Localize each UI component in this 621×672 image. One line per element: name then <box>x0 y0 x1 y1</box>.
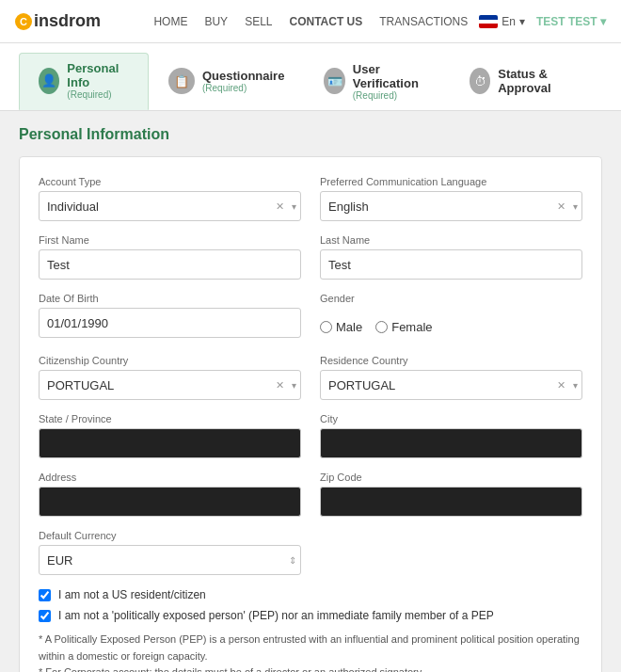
row-currency: Default Currency ⇕ <box>39 530 582 575</box>
gender-female-radio[interactable] <box>375 321 388 333</box>
row-dob-gender: Date Of Birth Gender Male Female <box>39 293 582 342</box>
account-type-input[interactable] <box>39 191 301 221</box>
user-menu[interactable]: TEST TEST ▾ <box>536 15 606 28</box>
group-gender: Gender Male Female <box>320 293 582 342</box>
row-countries: Citizenship Country ✕ ▾ Residence Countr… <box>39 355 582 400</box>
group-address: Address <box>39 472 301 517</box>
gender-options: Male Female <box>320 312 582 342</box>
residence-arrow-icon: ▾ <box>573 380 578 391</box>
flag-icon <box>479 15 498 28</box>
residence-clear-icon[interactable]: ✕ <box>557 379 565 392</box>
comm-lang-arrow-icon: ▾ <box>573 201 578 212</box>
comm-lang-clear-icon[interactable]: ✕ <box>557 200 565 213</box>
user-name: TEST TEST <box>536 15 597 28</box>
gender-male-label: Male <box>336 320 362 334</box>
account-type-wrapper: ✕ ▾ <box>39 191 301 221</box>
zip-input[interactable] <box>320 487 582 517</box>
gender-female-option[interactable]: Female <box>375 320 432 334</box>
group-city: City <box>320 413 582 458</box>
state-input[interactable] <box>39 428 301 458</box>
tab-status[interactable]: ⏱ Status & Approval <box>450 53 602 110</box>
user-chevron-icon: ▾ <box>600 15 606 28</box>
checkbox-pep[interactable]: I am not a 'politically exposed person' … <box>39 609 582 622</box>
questionnaire-tab-sub: (Required) <box>202 83 284 93</box>
group-zip: Zip Code <box>320 472 582 517</box>
account-type-label: Account Type <box>39 176 301 187</box>
residence-input[interactable] <box>320 370 582 400</box>
nav-sell[interactable]: SELL <box>245 15 272 28</box>
group-account-type: Account Type ✕ ▾ <box>39 176 301 221</box>
account-type-clear-icon[interactable]: ✕ <box>276 200 284 213</box>
group-residence: Residence Country ✕ ▾ <box>320 355 582 400</box>
note2: * For Corporate account: the details mus… <box>39 664 582 672</box>
checkbox-us-input[interactable] <box>39 589 51 601</box>
group-currency: Default Currency ⇕ <box>39 530 301 575</box>
city-label: City <box>320 413 582 424</box>
comm-lang-input[interactable] <box>320 191 582 221</box>
checkbox-pep-input[interactable] <box>39 610 51 622</box>
status-tab-label: Status & Approval <box>498 67 582 95</box>
nav-home[interactable]: HOME <box>153 15 187 28</box>
first-name-input[interactable] <box>39 249 301 280</box>
last-name-input[interactable] <box>320 249 582 280</box>
citizenship-input[interactable] <box>39 370 301 400</box>
tab-verification[interactable]: 🪪 User Verification (Required) <box>304 53 449 110</box>
note1: * A Politically Exposed Person (PEP) is … <box>39 632 582 664</box>
main-content: Personal Information Account Type ✕ ▾ Pr… <box>0 111 621 672</box>
verification-icon: 🪪 <box>324 68 344 94</box>
gender-male-radio[interactable] <box>320 321 332 333</box>
residence-label: Residence Country <box>320 355 582 366</box>
personal-tab-sub: (Required) <box>67 89 129 100</box>
lang-text: En <box>502 15 516 28</box>
checkbox-us-resident[interactable]: I am not a US resident/citizen <box>39 588 582 601</box>
gender-male-option[interactable]: Male <box>320 320 362 334</box>
nav-buy[interactable]: BUY <box>204 15 228 28</box>
residence-wrapper: ✕ ▾ <box>320 370 582 400</box>
navbar: C insdrom HOME BUY SELL CONTACT US TRANS… <box>0 0 621 43</box>
group-dob: Date Of Birth <box>39 293 301 342</box>
dob-input[interactable] <box>39 308 301 338</box>
city-input[interactable] <box>320 428 582 458</box>
nav-links: HOME BUY SELL CONTACT US TRANSACTIONS <box>153 15 468 28</box>
notes-section: * A Politically Exposed Person (PEP) is … <box>39 632 582 672</box>
group-state: State / Province <box>39 413 301 458</box>
currency-arrow-icon: ⇕ <box>289 555 296 566</box>
checkbox-us-label: I am not a US resident/citizen <box>58 588 206 601</box>
group-citizenship: Citizenship Country ✕ ▾ <box>39 355 301 400</box>
row-account-comm: Account Type ✕ ▾ Preferred Communication… <box>39 176 582 221</box>
lang-chevron-icon: ▾ <box>519 15 525 28</box>
personal-tab-label: Personal Info <box>67 61 129 89</box>
group-first-name: First Name <box>39 234 301 280</box>
currency-input[interactable] <box>39 545 301 575</box>
gender-label: Gender <box>320 293 582 304</box>
citizenship-clear-icon[interactable]: ✕ <box>276 379 284 392</box>
state-label: State / Province <box>39 413 301 424</box>
currency-wrapper: ⇕ <box>39 545 301 575</box>
tab-personal[interactable]: 👤 Personal Info (Required) <box>19 53 149 110</box>
currency-spacer <box>320 530 582 575</box>
row-state-city: State / Province City <box>39 413 582 458</box>
form-card: Account Type ✕ ▾ Preferred Communication… <box>19 156 602 672</box>
step-tabs: 👤 Personal Info (Required) 📋 Questionnai… <box>0 43 621 111</box>
last-name-label: Last Name <box>320 234 582 246</box>
citizenship-label: Citizenship Country <box>39 355 301 366</box>
currency-label: Default Currency <box>39 530 301 541</box>
first-name-label: First Name <box>39 234 301 246</box>
address-label: Address <box>39 472 301 483</box>
questionnaire-icon: 📋 <box>168 68 195 94</box>
logo[interactable]: C insdrom <box>15 11 101 31</box>
language-selector[interactable]: En ▾ <box>479 15 525 28</box>
zip-label: Zip Code <box>320 472 582 483</box>
account-type-arrow-icon: ▾ <box>292 201 296 212</box>
nav-contact[interactable]: CONTACT US <box>290 15 363 28</box>
address-input[interactable] <box>39 487 301 517</box>
row-names: First Name Last Name <box>39 234 582 280</box>
nav-transactions[interactable]: TRANSACTIONS <box>379 15 468 28</box>
tab-questionnaire[interactable]: 📋 Questionnaire (Required) <box>149 53 304 110</box>
personal-icon: 👤 <box>39 68 59 94</box>
checkbox-pep-label: I am not a 'politically exposed person' … <box>58 609 494 622</box>
status-icon: ⏱ <box>470 68 490 94</box>
logo-coin-icon: C <box>15 13 32 30</box>
gender-female-label: Female <box>391 320 432 334</box>
dob-label: Date Of Birth <box>39 293 301 304</box>
